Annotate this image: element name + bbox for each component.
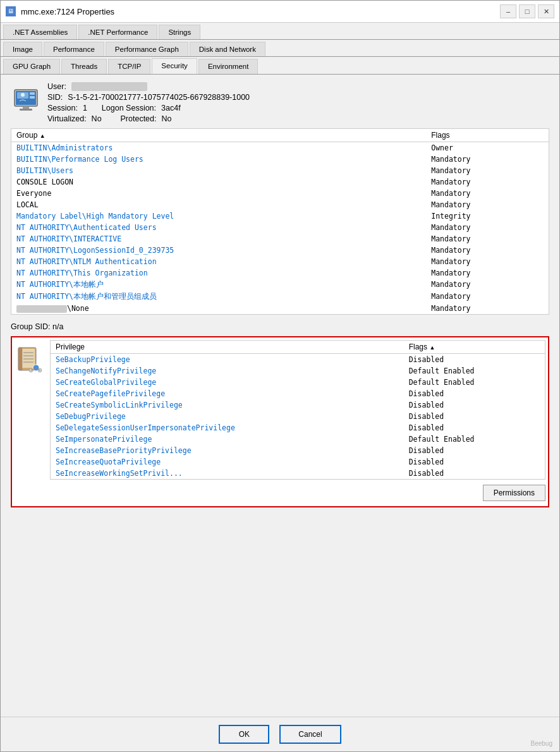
privilege-cell: SeIncreaseQuotaPrivilege [51, 456, 404, 468]
flags-cell: Mandatory [426, 222, 549, 233]
minimize-button[interactable]: – [500, 4, 516, 18]
flags-cell: Mandatory [426, 279, 549, 291]
bottom-buttons: OK Cancel [1, 717, 559, 751]
table-row: NT AUTHORITY\INTERACTIVEMandatory [11, 233, 549, 245]
priv-flags-cell: Disabled [404, 445, 545, 456]
cancel-button[interactable]: Cancel [279, 725, 341, 744]
group-cell: NT AUTHORITY\本地帐户和管理员组成员 [11, 291, 426, 303]
content-area: User: SID: S-1-5-21-700021777-1075774025… [1, 75, 559, 717]
permissions-row: Permissions [15, 482, 545, 504]
user-info-section: User: SID: S-1-5-21-700021777-1075774025… [11, 82, 549, 123]
logon-session-label: Logon Session: [102, 104, 156, 112]
privilege-cell: SeCreateGlobalPrivilege [51, 377, 404, 388]
virtualized-value: No [92, 114, 102, 123]
user-value-blurred [71, 82, 147, 91]
tab-security[interactable]: Security [152, 58, 197, 74]
group-cell: NT AUTHORITY\INTERACTIVE [11, 233, 426, 245]
table-row: SeCreatePagefilePrivilegeDisabled [51, 388, 545, 399]
group-cell: BUILTIN\Administrators [11, 142, 426, 154]
group-col-header[interactable]: Group ▲ [11, 129, 426, 142]
tab-disk-network[interactable]: Disk and Network [190, 42, 265, 56]
protected-value: No [161, 114, 171, 123]
virtualized-row: Virtualized: No Protected: No [47, 114, 250, 123]
table-row: NT AUTHORITY\LogonSessionId_0_239735Mand… [11, 245, 549, 256]
groups-table-container[interactable]: Group ▲ Flags BUILTIN\AdministratorsOwne… [11, 128, 549, 315]
table-row: SeDebugPrivilegeDisabled [51, 411, 545, 422]
flags-cell: Mandatory [426, 267, 549, 279]
close-button[interactable]: ✕ [538, 4, 554, 18]
sid-value: S-1-5-21-700021777-1075774025-667928839-… [68, 93, 250, 102]
group-cell: Everyone [11, 188, 426, 199]
privileges-section: Privilege Flags ▲ SeBackupPrivilegeDisab… [11, 336, 549, 507]
group-cell: BUILTIN\Users [11, 165, 426, 176]
table-row: Mandatory Label\High Mandatory LevelInte… [11, 210, 549, 222]
tab-environment[interactable]: Environment [198, 59, 259, 74]
privilege-col-header[interactable]: Privilege [51, 341, 404, 354]
tab-image[interactable]: Image [3, 42, 42, 56]
privilege-cell: SeDebugPrivilege [51, 411, 404, 422]
table-row: SeIncreaseQuotaPrivilegeDisabled [51, 456, 545, 468]
flags-cell: Mandatory [426, 233, 549, 245]
privilege-cell: SeCreateSymbolicLinkPrivilege [51, 399, 404, 411]
priv-flags-cell: Default Enabled [404, 377, 545, 388]
table-row: BUILTIN\Performance Log UsersMandatory [11, 154, 549, 165]
group-sid-label: Group SID: [11, 322, 51, 331]
priv-flags-cell: Disabled [404, 399, 545, 411]
flags-cell: Mandatory [426, 303, 549, 314]
privileges-table-container[interactable]: Privilege Flags ▲ SeBackupPrivilegeDisab… [50, 340, 545, 480]
table-row: SeCreateSymbolicLinkPrivilegeDisabled [51, 399, 545, 411]
group-cell: NT AUTHORITY\本地帐户 [11, 279, 426, 291]
group-cell: NT AUTHORITY\LogonSessionId_0_239735 [11, 245, 426, 256]
table-row: SeDelegateSessionUserImpersonatePrivileg… [51, 422, 545, 434]
svg-point-7 [21, 93, 25, 97]
tab-performance[interactable]: Performance [44, 42, 104, 56]
flags-col-header[interactable]: Flags [426, 129, 549, 142]
group-cell: NT AUTHORITY\NTLM Authentication [11, 256, 426, 267]
tab-strings[interactable]: Strings [159, 25, 200, 39]
tab-gpu-graph[interactable]: GPU Graph [3, 59, 60, 74]
table-row: BUILTIN\AdministratorsOwner [11, 142, 549, 154]
privilege-cell: SeBackupPrivilege [51, 354, 404, 366]
flags-cell: Mandatory [426, 154, 549, 165]
table-row: NT AUTHORITY\NTLM AuthenticationMandator… [11, 256, 549, 267]
ok-button[interactable]: OK [219, 725, 269, 744]
tab-tcp-ip[interactable]: TCP/IP [108, 59, 150, 74]
priv-flags-cell: Default Enabled [404, 365, 545, 377]
privileges-table: Privilege Flags ▲ SeBackupPrivilegeDisab… [51, 341, 545, 479]
tab-net-performance[interactable]: .NET Performance [78, 25, 157, 39]
table-row: NT AUTHORITY\本地帐户和管理员组成员Mandatory [11, 291, 549, 303]
svg-rect-5 [23, 106, 29, 109]
table-row: NT AUTHORITY\Authenticated UsersMandator… [11, 222, 549, 233]
group-sid-row: Group SID: n/a [11, 322, 549, 331]
permissions-button[interactable]: Permissions [483, 485, 545, 501]
tab-threads[interactable]: Threads [61, 59, 107, 74]
tab-performance-graph[interactable]: Performance Graph [106, 42, 188, 56]
priv-flags-cell: Disabled [404, 388, 545, 399]
group-cell: Mandatory Label\High Mandatory Level [11, 210, 426, 222]
flags-cell: Mandatory [426, 256, 549, 267]
user-label: User: [47, 82, 66, 91]
session-label: Session: [47, 104, 78, 112]
tab-net-assemblies[interactable]: .NET Assemblies [3, 25, 77, 39]
title-bar: 🖥 mmc.exe:7124 Properties – □ ✕ [1, 1, 559, 23]
tab-row-3: GPU Graph Threads TCP/IP Security Enviro… [1, 57, 559, 75]
priv-flags-cell: Disabled [404, 411, 545, 422]
privilege-cell: SeIncreaseWorkingSetPrivil... [51, 468, 404, 479]
user-details: User: SID: S-1-5-21-700021777-1075774025… [47, 82, 250, 123]
svg-rect-6 [20, 109, 32, 111]
group-sid-value: n/a [52, 322, 63, 331]
user-row: User: [47, 82, 250, 91]
window-icon: 🖥 [6, 6, 16, 16]
maximize-button[interactable]: □ [519, 4, 535, 18]
table-row: NT AUTHORITY\本地帐户Mandatory [11, 279, 549, 291]
window-title: mmc.exe:7124 Properties [21, 7, 495, 16]
priv-flags-col-header[interactable]: Flags ▲ [404, 341, 545, 354]
flags-cell: Mandatory [426, 176, 549, 188]
watermark: Beebug [531, 740, 552, 747]
svg-rect-10 [18, 348, 22, 370]
flags-cell: Integrity [426, 210, 549, 222]
privilege-cell: SeDelegateSessionUserImpersonatePrivileg… [51, 422, 404, 434]
table-row: LOCALMandatory [11, 199, 549, 210]
flags-cell: Owner [426, 142, 549, 154]
table-row: BUILTIN\UsersMandatory [11, 165, 549, 176]
